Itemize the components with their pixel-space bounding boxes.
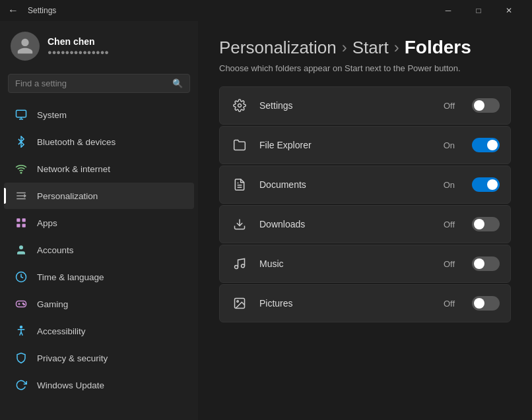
back-button[interactable]: ← [8,5,18,16]
search-input[interactable] [15,78,167,88]
svg-point-3 [20,172,22,173]
documents-label: Documents [259,179,433,190]
music-icon [230,255,249,273]
sidebar-item-bluetooth[interactable]: Bluetooth & devices [4,129,194,155]
privacy-nav-icon [15,351,28,365]
documents-toggle-thumb [487,179,498,190]
breadcrumb: Personalization › Start › Folders [219,37,511,58]
sidebar-item-label-time: Time & language [37,272,104,282]
accessibility-nav-icon [15,324,28,338]
bluetooth-nav-icon [15,135,28,148]
music-label: Music [259,258,433,269]
network-nav-icon [15,162,28,175]
settings-row-settings-folder: Settings Off [219,86,511,125]
settings-row-file-explorer: File Explorer On [219,126,511,164]
documents-icon [230,175,249,194]
file-explorer-label: File Explorer [259,140,433,150]
main-container: Chen chen ●●●●●●●●●●●●●● 🔍 System Blueto… [0,21,532,420]
pictures-icon [230,294,249,313]
titlebar-title: Settings [28,6,56,15]
pictures-toggle-thumb [474,298,484,309]
content-area: Personalization › Start › Folders Choose… [198,21,532,420]
titlebar-controls: ─ □ ✕ [433,0,524,21]
settings-row-documents: Documents On [219,165,511,204]
svg-point-24 [242,264,245,268]
sidebar-item-accessibility[interactable]: Accessibility [4,318,194,344]
system-nav-icon [15,108,28,121]
sidebar-item-time[interactable]: Time & language [4,264,194,290]
music-status: Off [444,259,455,269]
svg-point-19 [238,104,242,107]
music-toggle[interactable] [472,256,500,271]
avatar-icon [16,37,34,55]
breadcrumb-start[interactable]: Start [352,38,389,58]
apps-nav-icon [15,216,28,229]
sidebar-item-accounts[interactable]: Accounts [4,237,194,263]
sidebar-item-personalization[interactable]: Personalization [4,183,194,209]
search-icon: 🔍 [172,78,183,88]
settings-folder-icon [230,96,249,115]
time-nav-icon [15,270,28,284]
pictures-toggle[interactable] [472,296,500,311]
titlebar: ← Settings ─ □ ✕ [0,0,532,21]
svg-rect-9 [17,224,20,227]
sidebar-item-windows-update[interactable]: Windows Update [4,372,194,398]
sidebar-item-gaming[interactable]: Gaming [4,291,194,317]
breadcrumb-sep-2: › [394,38,399,57]
sidebar-item-label-network: Network & internet [37,164,110,174]
settings-folder-status: Off [444,101,455,111]
sidebar-item-apps[interactable]: Apps [4,210,194,236]
pictures-label: Pictures [259,298,433,309]
music-toggle-thumb [474,258,484,269]
downloads-status: Off [444,220,455,229]
file-explorer-icon [230,136,249,154]
breadcrumb-folders: Folders [405,37,471,58]
sidebar-item-label-accounts: Accounts [37,245,74,255]
downloads-label: Downloads [259,219,433,229]
settings-folder-toggle[interactable] [472,98,500,113]
svg-rect-10 [22,224,26,227]
sidebar-item-label-privacy: Privacy & security [37,353,108,363]
avatar [11,32,40,61]
file-explorer-toggle[interactable] [472,138,500,152]
sidebar-item-system[interactable]: System [4,102,194,128]
sidebar-item-label-apps: Apps [37,218,57,228]
sidebar-item-label-windows-update: Windows Update [37,380,104,390]
downloads-toggle[interactable] [472,217,500,231]
user-profile[interactable]: Chen chen ●●●●●●●●●●●●●● [0,21,198,69]
page-description: Choose which folders appear on Start nex… [219,63,511,73]
settings-list: Settings Off File Explorer On Documents … [219,86,511,322]
downloads-toggle-thumb [474,219,484,229]
documents-toggle[interactable] [472,177,500,192]
sidebar-item-privacy[interactable]: Privacy & security [4,345,194,371]
sidebar-item-label-bluetooth: Bluetooth & devices [37,137,116,147]
settings-row-pictures: Pictures Off [219,284,511,322]
settings-folder-toggle-thumb [474,100,484,111]
breadcrumb-sep-1: › [342,38,347,57]
settings-row-music: Music Off [219,245,511,283]
sidebar-item-label-system: System [37,110,67,120]
minimize-button[interactable]: ─ [433,0,463,21]
svg-rect-7 [17,218,20,222]
svg-point-23 [235,266,238,269]
documents-status: On [444,180,455,190]
user-name: Chen chen [48,36,109,47]
settings-row-downloads: Downloads Off [219,205,511,243]
sidebar: Chen chen ●●●●●●●●●●●●●● 🔍 System Blueto… [0,21,198,420]
windows-update-nav-icon [15,378,28,392]
svg-point-17 [24,304,25,305]
settings-folder-label: Settings [259,100,433,111]
svg-rect-0 [17,110,26,117]
gaming-nav-icon [15,297,28,311]
user-email: ●●●●●●●●●●●●●● [48,48,109,56]
accounts-nav-icon [15,243,28,256]
svg-point-11 [19,245,23,249]
file-explorer-toggle-thumb [487,140,498,150]
maximize-button[interactable]: □ [463,0,494,21]
breadcrumb-personalization[interactable]: Personalization [219,38,337,58]
pictures-status: Off [444,299,455,309]
sidebar-item-network[interactable]: Network & internet [4,156,194,182]
titlebar-left: ← Settings [8,5,56,16]
close-button[interactable]: ✕ [494,0,524,21]
svg-point-18 [20,326,22,328]
